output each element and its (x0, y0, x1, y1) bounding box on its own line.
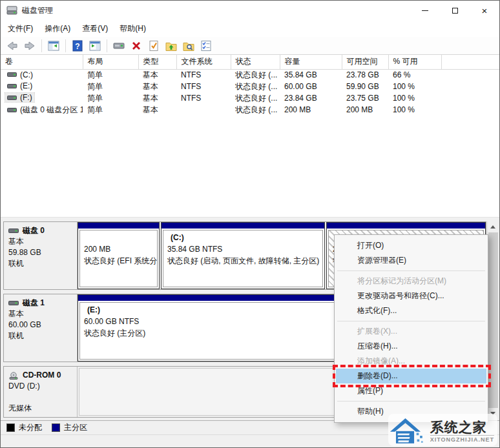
menu-item-explorer[interactable]: 资源管理器(E) (336, 253, 486, 268)
col-status[interactable]: 状态 (231, 55, 280, 69)
menu-bar: 文件(F) 操作(A) 查看(V) 帮助(H) (1, 20, 499, 37)
table-header-row: 卷 布局 类型 文件系统 状态 容量 可用空间 % 可用 (1, 55, 499, 69)
context-menu: 打开(O) 资源管理器(E) 将分区标记为活动分区(M) 更改驱动器号和路径(C… (334, 234, 488, 423)
partition-color-bar (78, 223, 159, 229)
help-icon[interactable]: ? (70, 39, 85, 53)
partition-efi[interactable]: 200 MB 状态良好 (EFI 系统分 (78, 222, 160, 289)
col-volume[interactable]: 卷 (1, 55, 83, 69)
primary-partition-swatch (52, 423, 60, 432)
table-row[interactable]: (磁盘 0 磁盘分区 1) 简单基本 状态良好 (... 200 MB200 M… (1, 104, 499, 116)
partition-color-bar (327, 223, 485, 229)
toolbar: ? (1, 37, 499, 55)
cdrom-0-label[interactable]: CD-ROM 0 DVD (D:) 无媒体 (4, 367, 78, 417)
menu-separator (337, 321, 485, 321)
menu-separator (337, 401, 485, 402)
menu-separator (337, 270, 485, 271)
menu-item-shrink-volume[interactable]: 压缩卷(H)... (336, 339, 486, 354)
maximize-icon (452, 8, 458, 14)
watermark-subtitle: XITONGZHIJIA.NET (430, 435, 494, 443)
volume-table: 卷 布局 类型 文件系统 状态 容量 可用空间 % 可用 (C:) 简单基本 N… (1, 55, 499, 116)
disk-icon (8, 227, 19, 234)
col-pct-free[interactable]: % 可用 (388, 55, 441, 69)
menu-item-open[interactable]: 打开(O) (336, 238, 486, 253)
volume-icon (7, 83, 17, 90)
cdrom-icon (8, 372, 19, 380)
disk-0-label[interactable]: 磁盘 0 基本 59.88 GB 联机 (4, 222, 78, 289)
svg-text:?: ? (75, 41, 79, 50)
col-filler (441, 55, 499, 69)
volume-list-pane: 卷 布局 类型 文件系统 状态 容量 可用空间 % 可用 (C:) 简单基本 N… (1, 55, 499, 217)
folder-search-icon[interactable] (182, 39, 196, 53)
col-free[interactable]: 可用空间 (342, 55, 388, 69)
close-button[interactable]: × (470, 1, 499, 20)
col-type[interactable]: 类型 (138, 55, 176, 69)
scrollbar-thumb[interactable] (488, 232, 498, 408)
legend-unallocated: 未分配 (6, 422, 42, 433)
legend-primary-partition: 主分区 (52, 422, 87, 433)
table-row[interactable]: (E:) 简单基本 NTFS状态良好 (... 60.00 GB59.90 GB… (1, 81, 499, 92)
action-pane-icon[interactable] (88, 39, 102, 53)
watermark: 系统之家 XITONGZHIJIA.NET (388, 414, 497, 446)
col-capacity[interactable]: 容量 (280, 55, 342, 69)
folder-up-icon[interactable] (164, 39, 178, 53)
unallocated-swatch (6, 423, 15, 432)
close-icon: × (482, 5, 488, 16)
partition-color-bar (161, 223, 324, 229)
back-arrow-icon[interactable] (5, 39, 19, 53)
toolbar-separator (107, 39, 107, 52)
table-row-selected[interactable]: (F:) 简单基本 NTFS状态良好 (... 23.84 GB23.75 GB… (1, 92, 499, 104)
console-tree-icon[interactable] (47, 39, 61, 53)
disk-1-label[interactable]: 磁盘 1 基本 60.00 GB 联机 (4, 294, 78, 361)
app-icon (6, 6, 17, 15)
volume-icon (7, 94, 17, 101)
minimize-icon (422, 10, 428, 11)
volume-icon (7, 71, 17, 78)
menu-item-extend-volume: 扩展卷(X)... (336, 324, 486, 339)
toolbar-separator (65, 39, 66, 52)
menu-item-add-mirror: 添加镜像(A)... (336, 354, 486, 369)
menu-item-delete-volume[interactable]: 删除卷(D)... (336, 369, 486, 383)
menu-item-format[interactable]: 格式化(F)... (336, 303, 486, 318)
menu-help[interactable]: 帮助(H) (114, 21, 152, 37)
scroll-up-icon[interactable] (488, 221, 498, 232)
delete-x-icon[interactable] (129, 39, 143, 53)
menu-action[interactable]: 操作(A) (39, 21, 76, 37)
volume-icon (7, 107, 17, 114)
watermark-logo-icon (390, 415, 427, 445)
col-layout[interactable]: 布局 (83, 55, 138, 69)
maximize-button[interactable] (440, 1, 470, 20)
menu-item-properties[interactable]: 属性(P) (336, 383, 486, 398)
minimize-button[interactable] (410, 1, 440, 20)
device-icon[interactable] (112, 39, 126, 53)
partition-c[interactable]: (C:) 35.84 GB NTFS 状态良好 (启动, 页面文件, 故障转储,… (161, 222, 325, 289)
menu-item-mark-active: 将分区标记为活动分区(M) (336, 274, 486, 289)
title-bar: 磁盘管理 × (1, 1, 499, 20)
vertical-scrollbar[interactable] (487, 221, 498, 419)
table-row[interactable]: (C:) 简单基本 NTFS状态良好 (... 35.84 GB23.78 GB… (1, 69, 499, 81)
window-title: 磁盘管理 (22, 5, 410, 16)
forward-arrow-icon[interactable] (23, 39, 37, 53)
menu-item-change-drive-letter[interactable]: 更改驱动器号和路径(C)... (336, 289, 486, 303)
disk-management-window: 磁盘管理 × 文件(F) 操作(A) 查看(V) 帮助(H) ? (0, 0, 500, 448)
col-filesystem[interactable]: 文件系统 (176, 55, 231, 69)
menu-view[interactable]: 查看(V) (76, 21, 114, 37)
disk-icon (8, 300, 19, 307)
check-task-icon[interactable] (147, 39, 161, 53)
menu-file[interactable]: 文件(F) (2, 21, 39, 37)
toolbar-separator (41, 39, 42, 52)
watermark-title: 系统之家 (430, 420, 494, 434)
checklist-icon[interactable] (199, 39, 213, 53)
